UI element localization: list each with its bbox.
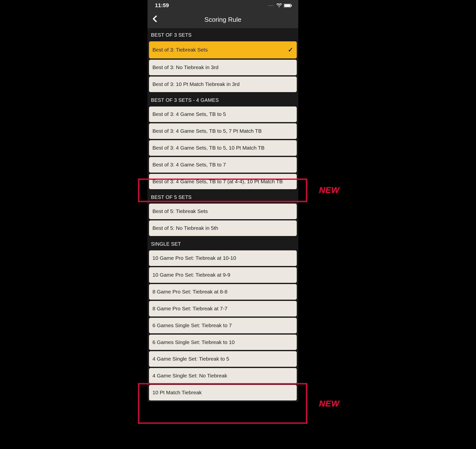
status-time: 11:59	[155, 2, 169, 9]
scoring-rule-row[interactable]: Best of 3: Tiebreak Sets✓	[149, 41, 297, 58]
row-label: Best of 3: 4 Game Sets, TB to 5, 7 Pt Ma…	[152, 128, 293, 134]
row-label: 10 Game Pro Set: Tiebreak at 9-9	[152, 272, 293, 278]
back-button[interactable]	[152, 16, 157, 24]
scoring-rule-row[interactable]: 4 Game Single Set: No Tiebreak	[149, 368, 297, 384]
status-bar: 11:59	[148, 0, 298, 11]
page-title: Scoring Rule	[148, 16, 298, 24]
scoring-rule-list: BEST OF 3 SETSBest of 3: Tiebreak Sets✓B…	[148, 28, 298, 400]
scoring-rule-row[interactable]: 10 Game Pro Set: Tiebreak at 9-9	[149, 267, 297, 283]
wifi-icon	[276, 3, 282, 7]
scoring-rule-row[interactable]: Best of 3: 4 Game Sets, TB to 5, 10 Pt M…	[149, 140, 297, 156]
scoring-rule-row[interactable]: 4 Game Single Set: Tiebreak to 5	[149, 351, 297, 367]
new-label-1: NEW	[319, 185, 339, 195]
row-label: 6 Games Single Set: Tiebreak to 10	[152, 339, 293, 346]
svg-rect-2	[291, 5, 292, 6]
row-label: Best of 3: 10 Pt Match Tiebreak in 3rd	[152, 81, 293, 88]
row-label: Best of 3: 4 Game Sets, TB to 7 (at 4-4)…	[152, 178, 293, 185]
scoring-rule-row[interactable]: Best of 3: No Tiebreak in 3rd	[149, 60, 297, 75]
cellular-dots-icon	[268, 5, 273, 6]
section-header: SINGLE SET	[149, 237, 297, 250]
scoring-rule-row[interactable]: 8 Game Pro Set: Tiebreak at 8-8	[149, 284, 297, 300]
row-label: Best of 3: 4 Game Sets, TB to 7	[152, 161, 293, 168]
section-header: BEST OF 3 SETS - 4 GAMES	[149, 93, 297, 106]
row-label: Best of 3: 4 Game Sets, TB to 5	[152, 111, 293, 118]
scoring-rule-row[interactable]: Best of 5: No Tiebreak in 5th	[149, 220, 297, 236]
scoring-rule-row[interactable]: 10 Pt Match Tiebreak	[149, 385, 297, 400]
scoring-rule-row[interactable]: Best of 3: 4 Game Sets, TB to 5	[149, 106, 297, 122]
new-label-2: NEW	[319, 399, 339, 408]
row-label: Best of 5: No Tiebreak in 5th	[152, 225, 293, 232]
row-label: 6 Games Single Set: Tiebreak to 7	[152, 322, 293, 329]
status-indicators	[268, 3, 292, 7]
scoring-rule-row[interactable]: 10 Game Pro Set: Tiebreak at 10-10	[149, 250, 297, 266]
row-label: 4 Game Single Set: Tiebreak to 5	[152, 356, 293, 362]
row-label: 10 Pt Match Tiebreak	[152, 389, 293, 396]
scoring-rule-row[interactable]: 6 Games Single Set: Tiebreak to 7	[149, 318, 297, 333]
section-header: BEST OF 3 SETS	[149, 28, 297, 41]
row-label: 10 Game Pro Set: Tiebreak at 10-10	[152, 255, 293, 262]
row-label: Best of 5: Tiebreak Sets	[152, 208, 293, 215]
row-label: 8 Game Pro Set: Tiebreak at 8-8	[152, 289, 293, 295]
row-label: Best of 3: Tiebreak Sets	[152, 47, 288, 53]
nav-bar: Scoring Rule	[148, 11, 298, 28]
scoring-rule-row[interactable]: Best of 3: 4 Game Sets, TB to 5, 7 Pt Ma…	[149, 123, 297, 139]
scoring-rule-row[interactable]: 6 Games Single Set: Tiebreak to 10	[149, 335, 297, 350]
chevron-left-icon	[152, 16, 157, 22]
battery-icon	[284, 4, 292, 7]
scoring-rule-row[interactable]: Best of 3: 10 Pt Match Tiebreak in 3rd	[149, 77, 297, 92]
scoring-rule-row[interactable]: 8 Game Pro Set: Tiebreak at 7-7	[149, 301, 297, 317]
section-header: BEST OF 5 SETS	[149, 190, 297, 204]
checkmark-icon: ✓	[288, 46, 293, 54]
row-label: Best of 3: No Tiebreak in 3rd	[152, 64, 293, 71]
row-label: Best of 3: 4 Game Sets, TB to 5, 10 Pt M…	[152, 145, 293, 151]
scoring-rule-row[interactable]: Best of 3: 4 Game Sets, TB to 7 (at 4-4)…	[149, 174, 297, 189]
scoring-rule-row[interactable]: Best of 5: Tiebreak Sets	[149, 204, 297, 219]
svg-rect-1	[284, 4, 290, 7]
scoring-rule-row[interactable]: Best of 3: 4 Game Sets, TB to 7	[149, 157, 297, 173]
row-label: 4 Game Single Set: No Tiebreak	[152, 372, 293, 379]
row-label: 8 Game Pro Set: Tiebreak at 7-7	[152, 305, 293, 312]
phone-frame: 11:59 Scoring Rule BEST OF 3 SETSBest of…	[148, 0, 298, 402]
